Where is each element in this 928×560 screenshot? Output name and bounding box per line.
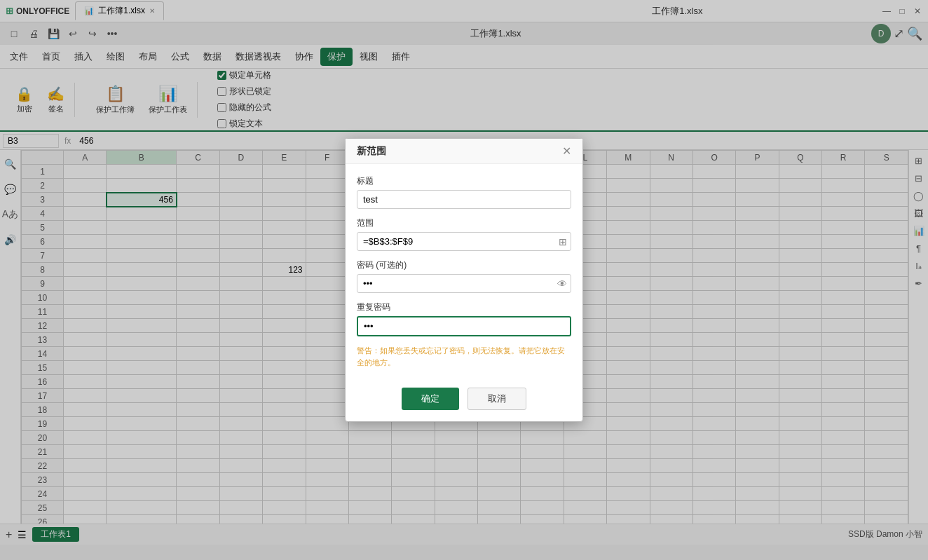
show-password-icon[interactable]: 👁 [557, 278, 567, 289]
password-field: 密码 (可选的) 👁 [357, 259, 571, 293]
dialog-title: 新范围 [357, 145, 386, 158]
dialog-header: 新范围 ✕ [346, 139, 582, 164]
password-warning: 警告：如果您丢失或忘记了密码，则无法恢复。请把它放在安全的地方。 [357, 345, 571, 368]
title-label: 标题 [357, 175, 571, 187]
password-input[interactable] [357, 274, 571, 293]
ok-btn[interactable]: 确定 [402, 388, 459, 410]
password-input-wrapper: 👁 [357, 274, 571, 293]
password-label: 密码 (可选的) [357, 259, 571, 271]
repeat-password-input[interactable] [357, 316, 571, 336]
repeat-password-label: 重复密码 [357, 301, 571, 313]
new-range-dialog: 新范围 ✕ 标题 范围 ⊞ 密码 (可选的) � [345, 138, 583, 422]
repeat-password-field: 重复密码 [357, 301, 571, 336]
range-input-wrapper: ⊞ [357, 232, 571, 251]
cancel-btn[interactable]: 取消 [468, 388, 526, 410]
dialog-close-btn[interactable]: ✕ [562, 144, 571, 158]
range-label: 范围 [357, 217, 571, 229]
range-input[interactable] [357, 232, 571, 251]
dialog-body: 标题 范围 ⊞ 密码 (可选的) 👁 重复密 [346, 164, 582, 379]
dialog-overlay[interactable]: 新范围 ✕ 标题 范围 ⊞ 密码 (可选的) � [0, 0, 928, 560]
range-select-icon[interactable]: ⊞ [559, 236, 567, 247]
title-field: 标题 [357, 175, 571, 209]
range-field: 范围 ⊞ [357, 217, 571, 251]
dialog-footer: 确定 取消 [346, 379, 582, 421]
title-input[interactable] [357, 190, 571, 209]
